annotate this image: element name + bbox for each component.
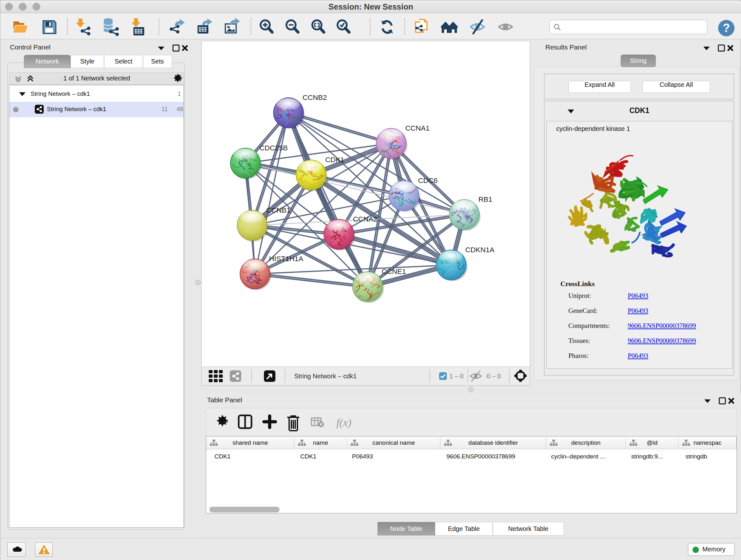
svg-text:?: ?: [723, 21, 730, 35]
svg-text:0 – 0: 0 – 0: [487, 373, 501, 380]
svg-text:String Network – cdk1: String Network – cdk1: [294, 373, 357, 380]
svg-text:CCNA2: CCNA2: [353, 215, 377, 223]
svg-text:CCNE1: CCNE1: [382, 267, 406, 275]
svg-text:CDK1: CDK1: [325, 156, 344, 164]
svg-text:RB1: RB1: [478, 195, 492, 203]
svg-text:CDC25B: CDC25B: [259, 144, 288, 152]
svg-text:f(x): f(x): [336, 417, 351, 429]
svg-text:HIST1H1A: HIST1H1A: [269, 255, 304, 263]
svg-text:CCNB2: CCNB2: [302, 94, 327, 102]
svg-text:CDC6: CDC6: [418, 177, 437, 185]
svg-text:CCNA1: CCNA1: [405, 124, 429, 132]
svg-text:CDKN1A: CDKN1A: [465, 246, 494, 254]
svg-text:CCNB1: CCNB1: [266, 206, 290, 214]
svg-text:1 – 0: 1 – 0: [449, 373, 463, 380]
